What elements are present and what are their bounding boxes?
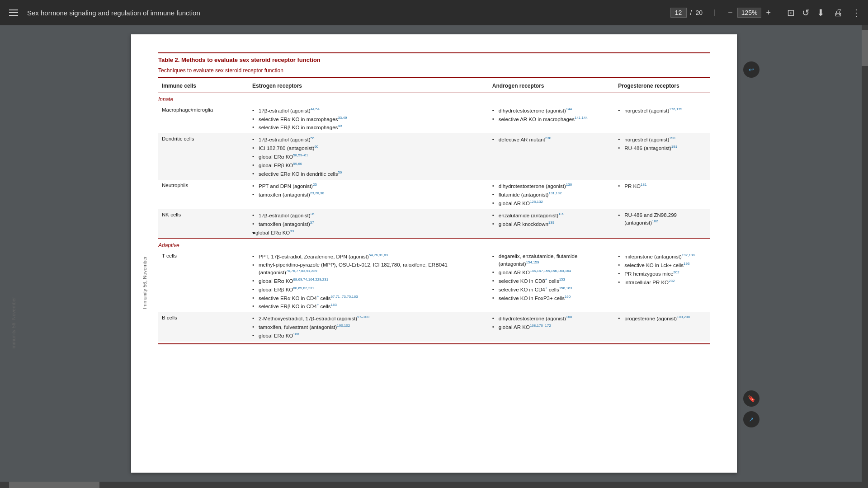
progesterone-tcells: mifepristone (antagonist)197,198 selecti…	[614, 250, 710, 313]
col-immune-cells: Immune cells	[158, 80, 249, 93]
progesterone-neutrophils: PR KO181	[614, 180, 710, 209]
print-button[interactable]: 🖨	[834, 8, 843, 18]
list-item: selective AR KO in macrophages141,144	[492, 115, 611, 123]
page-input[interactable]	[670, 8, 687, 18]
table-row: T cells PPT, 17β-estradiol, Zearalenone,…	[158, 250, 710, 313]
zoom-out-button[interactable]: −	[726, 8, 735, 18]
list-item: norgestrel (agonist)190	[618, 135, 706, 144]
list-item: methyl-piperidino-pyrazole (MPP), OSU-Er…	[252, 261, 485, 277]
list-item: 17β-estradiol (agonist)36	[252, 211, 485, 220]
journal-label: Immunity 56, November	[142, 256, 147, 309]
col-progesterone: Progesterone receptors	[614, 80, 710, 93]
estrogen-tcells: PPT, 17β-estradiol, Zearalenone, DPN (ag…	[249, 250, 489, 313]
rotate-button[interactable]: ↺	[802, 7, 810, 18]
table-header-row: Immune cells Estrogen receptors Androgen…	[158, 80, 710, 93]
toolbar-right-actions: ⬇ 🖨 ⋮	[817, 7, 861, 18]
cell-dendritic: Dendritic cells	[158, 133, 249, 180]
section-adaptive-header: Adaptive	[158, 239, 710, 250]
list-item: norgestrel (agonist)176,179	[618, 106, 706, 115]
list-item: intracellular PR KO232	[618, 278, 706, 286]
list-item: ICI 182,780 (antagonist)60	[252, 144, 485, 152]
list-item: PPT, 17β-estradiol, Zearalenone, DPN (ag…	[252, 252, 485, 261]
progesterone-bcells: progesterone (agonist)103,208	[614, 312, 710, 342]
list-item: selective KO in FoxP3+ cells160	[492, 294, 611, 302]
bookmark-button[interactable]: 🔖	[743, 390, 760, 407]
table-row: B cells 2-Methoxyestradiol, 17β-estradio…	[158, 312, 710, 342]
list-item: PR KO181	[618, 182, 706, 190]
cell-bcells: B cells	[158, 312, 249, 342]
list-item: degarelix, enzalutamide, flutamide (anta…	[492, 252, 611, 268]
androgen-macrophage: dihydrotestosterone (agonist)144 selecti…	[489, 104, 614, 134]
table-row: NK cells 17β-estradiol (agonist)36 tamox…	[158, 209, 710, 239]
pagination-control: / 20	[670, 8, 703, 18]
table-row: Dendritic cells 17β-estradiol (agonist)5…	[158, 133, 710, 180]
list-item: RU-486 (antagonist)191	[618, 144, 706, 152]
list-item: global ERα KO58,59–61	[252, 152, 485, 161]
table-wrapper: Table 2. Methods to evaluate sex steroid…	[158, 52, 710, 344]
list-item: global AR knockdown139	[492, 220, 611, 228]
document-viewer[interactable]: Immunity 56, November Table 2. Methods t…	[0, 25, 868, 482]
cell-nk: NK cells	[158, 209, 249, 239]
side-tools: ↩	[743, 61, 760, 78]
vertical-scrollbar[interactable]	[862, 25, 868, 482]
more-options-button[interactable]: ⋮	[852, 7, 861, 18]
list-item: tamoxifen, fulvestrant (antagonist)100,1…	[252, 323, 485, 331]
list-item: global AR KO168,170–172	[492, 323, 611, 331]
menu-icon[interactable]	[7, 8, 20, 18]
list-item: selective ERα KO in macrophages33,49	[252, 115, 485, 123]
toolbar-divider: |	[713, 9, 715, 17]
list-item: selective ERα KO in dendritic cells56	[252, 169, 485, 178]
androgen-neutrophils: dihydrotestosterone (agonist)130 flutami…	[489, 180, 614, 209]
androgen-tcells: degarelix, enzalutamide, flutamide (anta…	[489, 250, 614, 313]
section-innate-header: Innate	[158, 93, 710, 104]
main-table: Immune cells Estrogen receptors Androgen…	[158, 80, 710, 342]
annotation-tool-1[interactable]: ↩	[743, 61, 760, 78]
androgen-nk: enzalutamide (antagonist)139 global AR k…	[489, 209, 614, 239]
progesterone-macrophage: norgestrel (agonist)176,179	[614, 104, 710, 134]
list-item: mifepristone (antagonist)197,198	[618, 252, 706, 261]
toolbar: Sex hormone signaling and regulation of …	[0, 0, 868, 25]
table-title-rest: Methods to evaluate sex steroid receptor…	[181, 56, 321, 63]
share-button[interactable]: ↗	[743, 411, 760, 427]
table-title: Table 2. Methods to evaluate sex steroid…	[158, 52, 710, 66]
document-page: Table 2. Methods to evaluate sex steroid…	[131, 34, 737, 473]
zoom-value: 125%	[737, 8, 762, 18]
list-item: PR hemizygous mice202	[618, 269, 706, 278]
list-item: global AR KO128,132	[492, 199, 611, 207]
list-item: 17β-estradiol (agonist)56	[252, 135, 485, 144]
androgen-dendritic: defective AR mutant230	[489, 133, 614, 180]
cell-tcells: T cells	[158, 250, 249, 313]
h-scrollbar-thumb[interactable]	[9, 482, 99, 488]
list-item: global AR KO146,147,155,156,160,164	[492, 268, 611, 277]
fit-page-button[interactable]: ⊡	[787, 7, 795, 18]
list-item: selective KO in Lck+ cells193	[618, 261, 706, 269]
list-item: global ERβ KO68,69,82,231	[252, 285, 485, 294]
horizontal-scrollbar[interactable]	[0, 482, 868, 488]
document-title: Sex hormone signaling and regulation of …	[27, 9, 663, 17]
list-item: PPT and DPN (agonist)25	[252, 182, 485, 190]
progesterone-dendritic: norgestrel (agonist)190 RU-486 (antagoni…	[614, 133, 710, 180]
progesterone-nk: RU-486 and ZN98.299 (antagonist)182	[614, 209, 710, 239]
list-item: selective ERα KO in CD4+ cells67,71–73,7…	[252, 294, 485, 302]
list-item: tamoxifen (antagonist)37	[252, 220, 485, 228]
estrogen-bcells: 2-Methoxyestradiol, 17β-estradiol (agoni…	[249, 312, 489, 342]
table-title-bold: Table 2.	[158, 56, 179, 63]
table-row: Neutrophils PPT and DPN (agonist)25 tamo…	[158, 180, 710, 209]
list-item: global ERα KO68,69,74,164,229,231	[252, 277, 485, 285]
main-area: Immunity 56, November Table 2. Methods t…	[0, 25, 868, 482]
list-item: flutamide (antagonist)131,132	[492, 190, 611, 199]
cell-macrophage: Macrophage/microglia	[158, 104, 249, 134]
zoom-in-button[interactable]: +	[764, 8, 773, 18]
download-button[interactable]: ⬇	[817, 7, 825, 18]
zoom-control: − 125% +	[726, 8, 773, 18]
androgen-bcells: dihydrotestosterone (agonist)168 global …	[489, 312, 614, 342]
list-item: selective KO in CD4+ cells156,163	[492, 285, 611, 294]
toolbar-actions: ⊡ ↺	[787, 7, 810, 18]
estrogen-neutrophils: PPT and DPN (agonist)25 tamoxifen (antag…	[249, 180, 489, 209]
scrollbar-thumb[interactable]	[862, 30, 868, 66]
estrogen-nk: 17β-estradiol (agonist)36 tamoxifen (ant…	[249, 209, 489, 239]
list-item: defective AR mutant230	[492, 135, 611, 144]
list-item: dihydrotestosterone (agonist)130	[492, 182, 611, 190]
list-item: selective ERβ KO in CD4+ cells163	[252, 302, 485, 310]
table-row: Macrophage/microglia 17β-estradiol (agon…	[158, 104, 710, 134]
